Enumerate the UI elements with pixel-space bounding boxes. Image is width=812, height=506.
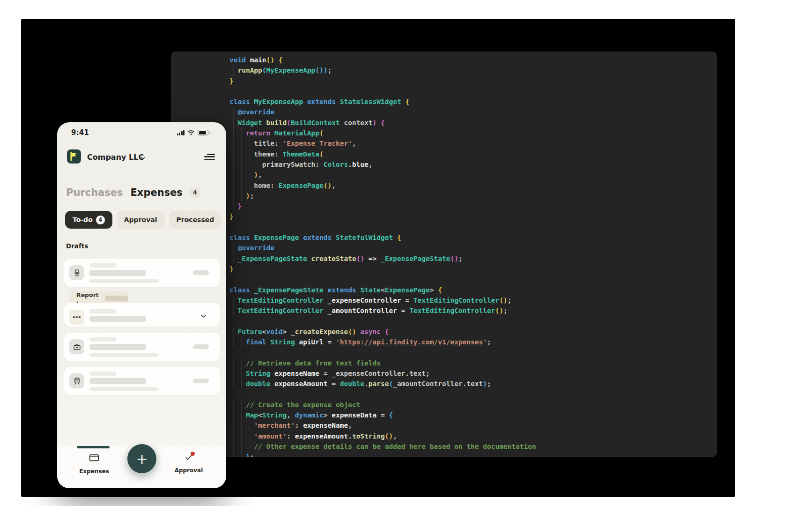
tab-todo[interactable]: To-do 4 bbox=[65, 211, 112, 229]
black-stage: void main() { runApp(MyExpenseApp());} c… bbox=[21, 19, 735, 497]
company-selector[interactable]: Company LLC bbox=[87, 153, 144, 162]
drafts-section-label: Drafts bbox=[66, 242, 88, 250]
title-expenses[interactable]: Expenses bbox=[131, 187, 183, 198]
phone-mockup: 9:41 bbox=[57, 122, 226, 488]
nav-item-expenses[interactable]: Expenses bbox=[73, 453, 115, 475]
company-logo[interactable] bbox=[67, 149, 81, 164]
expenses-count-badge: 4 bbox=[190, 188, 200, 198]
todo-count-badge: 4 bbox=[96, 216, 105, 224]
findity-flag-icon bbox=[70, 152, 78, 161]
draft-list-item[interactable] bbox=[64, 367, 220, 395]
office-chair-icon bbox=[69, 265, 84, 280]
cellular-signal-icon bbox=[177, 130, 185, 135]
tab-approval[interactable]: Approval bbox=[117, 211, 165, 229]
code-editor-panel: void main() { runApp(MyExpenseApp());} c… bbox=[171, 52, 717, 457]
chevron-down-icon[interactable] bbox=[200, 313, 207, 320]
page-title: Purchases Expenses 4 bbox=[66, 187, 200, 198]
wifi-icon bbox=[187, 130, 195, 135]
credit-card-icon bbox=[89, 453, 99, 463]
tab-processed[interactable]: Processed bbox=[169, 211, 222, 229]
train-icon bbox=[69, 373, 84, 388]
draft-list-item[interactable] bbox=[64, 259, 220, 287]
chevron-down-icon[interactable] bbox=[140, 155, 146, 161]
title-purchases[interactable]: Purchases bbox=[66, 187, 123, 198]
code-lines: void main() { runApp(MyExpenseApp());} c… bbox=[229, 55, 536, 457]
screenshot-root: void main() { runApp(MyExpenseApp());} c… bbox=[0, 0, 812, 506]
active-tab-indicator bbox=[77, 446, 110, 448]
filter-tabs: To-do 4 Approval Processed bbox=[65, 211, 221, 229]
notification-dot bbox=[191, 452, 195, 456]
briefcase-icon bbox=[69, 339, 84, 354]
status-bar: 9:41 bbox=[57, 122, 226, 143]
add-expense-fab[interactable]: + bbox=[127, 444, 156, 473]
status-time: 9:41 bbox=[71, 128, 89, 137]
hamburger-menu-icon[interactable] bbox=[204, 154, 215, 160]
draft-list-item[interactable] bbox=[64, 333, 220, 361]
ellipsis-icon bbox=[69, 310, 84, 325]
battery-icon bbox=[198, 130, 208, 135]
draft-report-item[interactable] bbox=[64, 303, 220, 327]
nav-item-approval[interactable]: Approval bbox=[168, 453, 210, 474]
app-header: Company LLC bbox=[57, 143, 226, 175]
check-icon bbox=[184, 453, 193, 463]
